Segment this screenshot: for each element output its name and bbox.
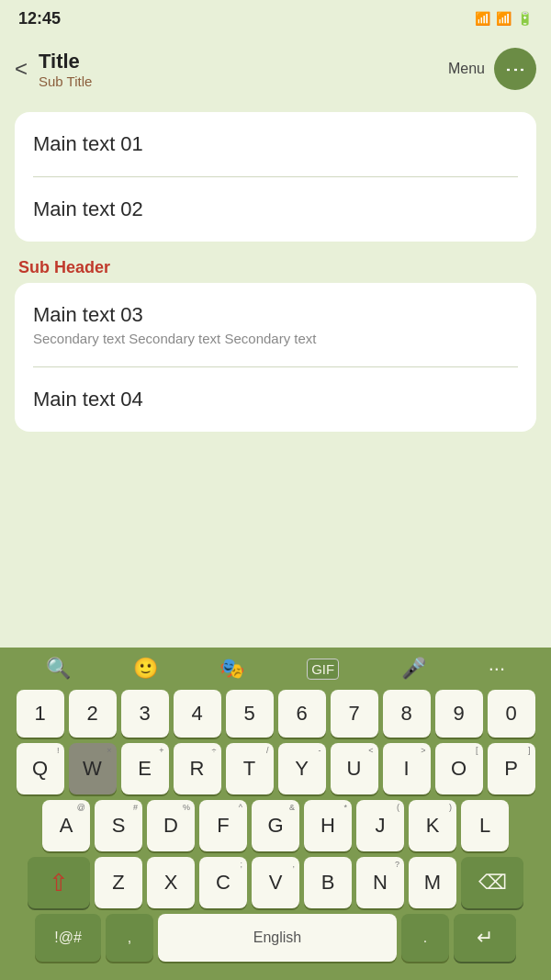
sub-header: Sub Header	[18, 258, 110, 276]
shift-icon: ⇧	[49, 869, 69, 897]
main-text-04: Main text 04	[33, 388, 518, 411]
key-j[interactable]: (J	[356, 800, 404, 851]
backspace-icon: ⌫	[478, 871, 507, 895]
delete-button[interactable]: ⌫	[461, 857, 523, 908]
bottom-row: !@# , English . ↵	[6, 914, 545, 962]
list-item[interactable]: Main text 02	[33, 177, 518, 242]
status-bar: 12:45 📶 📶 🔋	[0, 0, 551, 37]
list-item[interactable]: Main text 03 Secondary text Secondary te…	[33, 283, 518, 367]
comma-key[interactable]: ,	[106, 914, 153, 962]
list-item[interactable]: Main text 04	[33, 367, 518, 432]
battery-icon: 🔋	[517, 11, 533, 26]
key-y[interactable]: -Y	[278, 743, 326, 794]
space-button[interactable]: English	[158, 914, 397, 962]
period-key[interactable]: .	[401, 914, 449, 962]
app-subtitle: Sub Title	[39, 73, 437, 89]
emoji-icon[interactable]: 🙂	[133, 657, 158, 681]
signal-icon: 📶	[496, 11, 512, 26]
key-5[interactable]: 5	[226, 690, 274, 738]
key-z[interactable]: Z	[95, 857, 142, 908]
key-9[interactable]: 9	[435, 690, 483, 738]
main-text-02: Main text 02	[33, 197, 518, 221]
key-b[interactable]: B	[304, 857, 352, 908]
key-4[interactable]: 4	[174, 690, 221, 738]
secondary-text-03: Secondary text Secondary text Secondary …	[33, 331, 518, 346]
key-e[interactable]: +E	[121, 743, 169, 794]
list-item[interactable]: Main text 01	[33, 112, 518, 177]
number-row: 1 2 3 4 5 6 7 8 9 0	[6, 690, 545, 738]
symbols-button[interactable]: !@#	[35, 914, 101, 962]
key-u[interactable]: <U	[331, 743, 378, 794]
title-group: Title Sub Title	[39, 50, 437, 89]
status-time: 12:45	[18, 9, 61, 28]
sticker-icon[interactable]: 🎭	[219, 657, 244, 681]
app-bar: < Title Sub Title Menu ⋮	[0, 37, 551, 101]
app-title: Title	[39, 50, 437, 73]
key-p[interactable]: ]P	[488, 743, 535, 794]
key-s[interactable]: #S	[95, 800, 142, 851]
key-w[interactable]: ×W	[69, 743, 117, 794]
enter-icon: ↵	[477, 926, 493, 950]
key-t[interactable]: /T	[226, 743, 274, 794]
key-v[interactable]: ,V	[252, 857, 299, 908]
comma-label: ,	[128, 929, 131, 946]
key-o[interactable]: [O	[435, 743, 483, 794]
period-label: .	[423, 929, 427, 946]
main-text-01: Main text 01	[33, 132, 518, 156]
mic-icon[interactable]: 🎤	[401, 657, 426, 681]
key-f[interactable]: ^F	[199, 800, 247, 851]
key-h[interactable]: *H	[304, 800, 352, 851]
asdf-row: @A #S %D ^F &G *H (J )K L	[6, 800, 545, 851]
key-x[interactable]: X	[147, 857, 195, 908]
back-button[interactable]: <	[15, 56, 28, 82]
key-l[interactable]: L	[461, 800, 509, 851]
key-n[interactable]: ?N	[356, 857, 404, 908]
key-q[interactable]: !Q	[17, 743, 64, 794]
key-2[interactable]: 2	[69, 690, 117, 738]
first-list-card: Main text 01 Main text 02	[15, 112, 536, 242]
dots-icon: ⋮	[505, 59, 525, 80]
key-8[interactable]: 8	[383, 690, 431, 738]
enter-button[interactable]: ↵	[454, 914, 516, 962]
key-0[interactable]: 0	[488, 690, 535, 738]
symbols-label: !@#	[54, 929, 82, 946]
status-icons: 📶 📶 🔋	[475, 11, 533, 26]
main-text-03: Main text 03	[33, 303, 518, 327]
key-i[interactable]: >I	[383, 743, 431, 794]
gif-icon[interactable]: GIF	[307, 659, 339, 680]
key-c[interactable]: ;C	[199, 857, 247, 908]
menu-label: Menu	[448, 61, 485, 77]
wifi-icon: 📶	[475, 11, 490, 26]
keyboard-toolbar: 🔍 🙂 🎭 GIF 🎤 ···	[6, 657, 545, 681]
search-icon[interactable]: 🔍	[46, 657, 71, 681]
key-d[interactable]: %D	[147, 800, 195, 851]
key-k[interactable]: )K	[409, 800, 456, 851]
more-icon[interactable]: ···	[489, 657, 505, 681]
shift-button[interactable]: ⇧	[28, 857, 90, 908]
space-label: English	[253, 929, 301, 946]
key-6[interactable]: 6	[278, 690, 326, 738]
qwerty-row: !Q ×W +E ÷R /T -Y <U >I [O ]P	[6, 743, 545, 794]
content-area: Main text 01 Main text 02 Sub Header Mai…	[0, 101, 551, 450]
key-1[interactable]: 1	[17, 690, 64, 738]
second-list-card: Main text 03 Secondary text Secondary te…	[15, 283, 536, 432]
menu-area: Menu ⋮	[448, 48, 536, 90]
keyboard: 🔍 🙂 🎭 GIF 🎤 ··· 1 2 3 4 5 6 7 8 9 0 !Q ×…	[0, 648, 551, 980]
key-a[interactable]: @A	[42, 800, 90, 851]
zxcv-row: ⇧ Z X ;C ,V B ?N M ⌫	[6, 857, 545, 908]
key-3[interactable]: 3	[121, 690, 169, 738]
key-7[interactable]: 7	[331, 690, 378, 738]
key-g[interactable]: &G	[252, 800, 299, 851]
key-m[interactable]: M	[409, 857, 456, 908]
key-r[interactable]: ÷R	[174, 743, 221, 794]
more-options-button[interactable]: ⋮	[494, 48, 536, 90]
sub-header-row: Sub Header	[15, 249, 536, 283]
